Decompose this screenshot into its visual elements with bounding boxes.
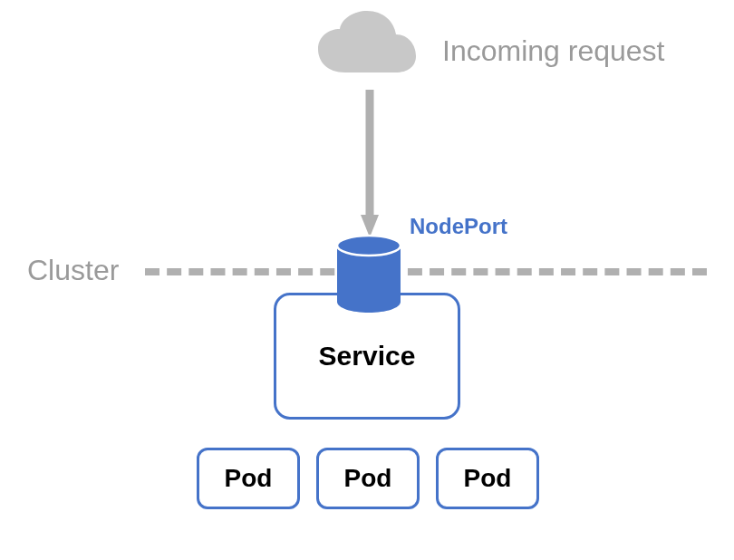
cluster-boundary-line [145, 268, 707, 275]
incoming-request-label: Incoming request [442, 34, 664, 68]
nodeport-cylinder-icon [335, 234, 402, 317]
pod-box: Pod [436, 448, 539, 509]
pod-row: Pod Pod Pod [197, 448, 539, 509]
cloud-icon [313, 9, 421, 91]
arrow-down-icon [361, 90, 379, 243]
nodeport-label: NodePort [410, 214, 507, 239]
pod-box: Pod [316, 448, 420, 509]
pod-box: Pod [197, 448, 300, 509]
cluster-label: Cluster [27, 254, 119, 287]
pod-label: Pod [225, 464, 273, 493]
pod-label: Pod [464, 464, 512, 493]
svg-point-2 [337, 236, 401, 256]
pod-label: Pod [344, 464, 392, 493]
service-label: Service [319, 341, 416, 372]
